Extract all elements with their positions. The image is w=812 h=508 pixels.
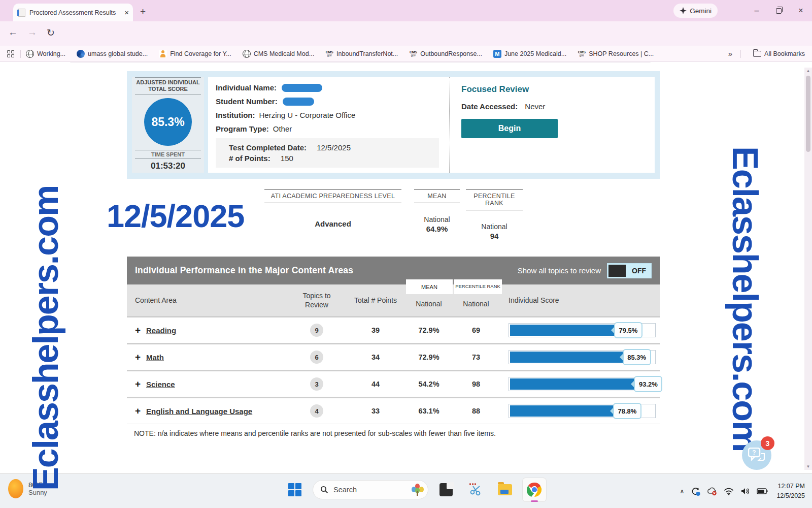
tab-close-icon[interactable]: × (124, 8, 129, 17)
expand-icon[interactable]: + (135, 325, 141, 336)
total-score-circle: 85.3% (144, 98, 192, 146)
table-row-english: + English and Language Usage 4 33 63.1% … (127, 397, 660, 424)
restore-button[interactable] (776, 8, 782, 14)
mean-scope: National (414, 215, 460, 224)
content-area-link[interactable]: English and Language Usage (146, 407, 252, 416)
windows-logo-icon (288, 483, 301, 496)
score-bar-fill (510, 352, 633, 363)
bookmark-label: InboundTransferNot... (336, 50, 398, 57)
bookmark-item[interactable]: umass global stude... (77, 50, 148, 58)
taskbar-app-snipping[interactable] (464, 478, 487, 501)
back-button[interactable]: ← (8, 27, 18, 38)
bookmark-label: Find Coverage for Y... (170, 50, 231, 57)
all-bookmarks-button[interactable]: All Bookmarks (753, 50, 805, 57)
bookmark-label: SHOP Resources | C... (589, 50, 654, 57)
gemini-button[interactable]: Gemini (673, 4, 718, 18)
bookmark-item[interactable]: Find Coverage for Y... (159, 50, 231, 58)
browser-tab[interactable]: Proctored Assessment Results × (13, 4, 133, 21)
expand-icon[interactable]: + (135, 352, 141, 363)
prep-level-column: ATI ACADEMIC PREPAREDNESS LEVEL Advanced (264, 189, 401, 228)
scroll-down-icon[interactable]: ▼ (804, 464, 812, 469)
bookmark-item[interactable]: CMS Medicaid Mod... (243, 50, 314, 58)
score-bar: 79.5% (509, 323, 656, 337)
bookmark-item[interactable]: CMSgov OutboundResponse... (409, 50, 482, 58)
expand-icon[interactable]: + (135, 405, 141, 417)
student-info-card: Individual Name: Student Number: Institu… (208, 77, 655, 173)
percentile-header: PERCENTILE RANK (466, 189, 523, 210)
score-bar: 85.3% (509, 350, 656, 364)
cms-gov-icon: CMSgov (578, 50, 586, 58)
bookmark-item[interactable]: CMSgov SHOP Resources | C... (578, 50, 654, 58)
minimize-button[interactable]: – (753, 6, 761, 15)
search-label: Search (333, 486, 407, 494)
program-type-row: Program Type: Other (216, 124, 448, 133)
reload-button[interactable]: ↻ (47, 27, 55, 39)
battery-icon[interactable] (757, 488, 768, 495)
expand-icon[interactable]: + (135, 378, 141, 390)
mean-value: 64.9% (414, 225, 460, 233)
percentile-cell: 88 (451, 407, 501, 415)
table-row-math: + Math 6 34 72.9% 73 85.3% (127, 343, 660, 370)
prep-level-value: Advanced (264, 219, 401, 228)
content-area-link[interactable]: Science (146, 380, 175, 389)
toggle-knob[interactable] (607, 264, 627, 278)
chat-widget-button[interactable]: ? 3 (742, 440, 771, 470)
taskbar-app-chrome[interactable] (523, 478, 546, 501)
test-completed-row: Test Completed Date: 12/5/2025 (229, 142, 439, 153)
page-favicon-icon (18, 9, 25, 17)
points-cell: 34 (350, 353, 401, 361)
student-number-label: Student Number: (216, 97, 278, 106)
topics-badge: 3 (310, 377, 323, 391)
scroll-up-icon[interactable]: ▲ (804, 69, 812, 73)
taskbar-app-notebook[interactable] (434, 478, 458, 501)
onedrive-error-icon[interactable] (707, 487, 717, 496)
points-value: 150 (281, 154, 293, 163)
content-area-link[interactable]: Math (146, 353, 164, 362)
topics-badge: 6 (310, 351, 323, 364)
svg-text:?: ? (752, 449, 756, 456)
score-callout: 93.2% (634, 376, 662, 392)
bookmark-item[interactable]: M June 2025 Medicaid... (493, 50, 566, 58)
clock-date: 12/5/2025 (776, 491, 805, 501)
taskbar-clock[interactable]: 12:07 PM 12/5/2025 (776, 482, 805, 501)
score-callout: 85.3% (623, 349, 651, 365)
all-bookmarks-label: All Bookmarks (764, 50, 805, 57)
institution-label: Institution: (216, 111, 255, 119)
page-scrollbar[interactable]: ▲ ▼ (804, 68, 812, 470)
bookmark-item[interactable]: CMSgov InboundTransferNot... (325, 50, 398, 58)
scrollbar-thumb[interactable] (806, 76, 810, 152)
chat-notification-badge: 3 (761, 436, 774, 450)
percentile-column-tab: PERCENTILE RANK (454, 279, 502, 294)
tray-chevron-icon[interactable]: ∧ (680, 488, 685, 495)
cms-gov-icon: CMSgov (325, 50, 333, 58)
topics-toggle[interactable]: OFF (607, 263, 652, 278)
start-button[interactable] (283, 478, 307, 501)
begin-button[interactable]: Begin (461, 119, 558, 138)
table-header-row: Content Area Topics to Review Total # Po… (127, 284, 660, 316)
mean-column-tab: MEAN (406, 279, 453, 294)
toggle-label: Show all topics to review (518, 266, 601, 275)
wifi-icon[interactable] (724, 487, 734, 495)
points-cell: 39 (350, 326, 401, 334)
forward-button[interactable]: → (27, 27, 37, 38)
performance-title: Individual Performance in the Major Cont… (135, 265, 353, 276)
bookmarks-overflow-icon[interactable]: » (728, 49, 732, 58)
bookmark-item[interactable]: Working... (26, 50, 65, 58)
points-row: # of Points: 150 (229, 153, 439, 164)
content-area-link[interactable]: Reading (146, 326, 176, 335)
sync-icon[interactable] (691, 487, 700, 496)
percentile-cell: 69 (451, 326, 501, 334)
new-tab-button[interactable]: + (140, 6, 146, 17)
institution-row: Institution: Herzing U - Corporate Offic… (216, 111, 448, 119)
volume-icon[interactable] (740, 487, 750, 495)
browser-toolbar: ← → ↻ student.atitesting.com/ViewResult/… (0, 21, 812, 46)
person-icon (159, 50, 167, 58)
chrome-icon (527, 482, 542, 497)
close-window-button[interactable]: × (797, 6, 805, 15)
taskbar-app-file-explorer[interactable] (493, 478, 517, 501)
taskbar-search[interactable]: Search (313, 480, 428, 499)
institution-value: Herzing U - Corporate Office (259, 111, 355, 119)
globe-icon (243, 50, 251, 58)
apps-grid-icon[interactable] (7, 50, 14, 57)
time-spent-value: 01:53:20 (132, 159, 204, 171)
